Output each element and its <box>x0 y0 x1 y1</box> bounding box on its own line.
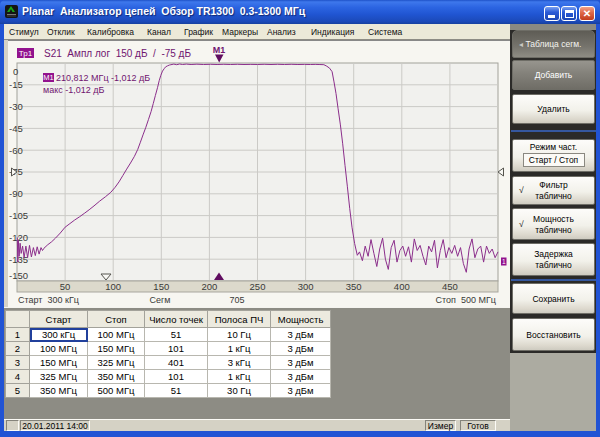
svg-text:-150: -150 <box>9 270 28 281</box>
svg-text:Тр1: Тр1 <box>19 49 33 58</box>
svg-text:-135: -135 <box>9 254 28 265</box>
svg-text:Стоп 500 МГц: Стоп 500 МГц <box>436 295 496 305</box>
svg-text:M1: M1 <box>213 45 226 55</box>
svg-text:150: 150 <box>153 281 169 292</box>
svg-text:300: 300 <box>298 281 314 292</box>
svg-text:1: 1 <box>502 258 506 265</box>
svg-text:705: 705 <box>229 295 244 305</box>
svg-text:200: 200 <box>201 281 217 292</box>
svg-text:-90: -90 <box>9 188 23 199</box>
svg-text:-60: -60 <box>9 145 23 156</box>
svg-text:350: 350 <box>346 281 362 292</box>
svg-text:-45: -45 <box>9 123 23 134</box>
svg-text:Старт 300 кГц: Старт 300 кГц <box>18 295 79 305</box>
svg-text:0: 0 <box>13 66 18 77</box>
svg-text:50: 50 <box>60 281 71 292</box>
svg-text:макс -1,012 дБ: макс -1,012 дБ <box>43 85 105 95</box>
svg-text:-15: -15 <box>9 79 23 90</box>
svg-text:Сегм: Сегм <box>150 295 171 305</box>
svg-text:S21 Ампл лог 150 дБ / -75: S21 Ампл лог 150 дБ / -75 дБ <box>44 48 191 59</box>
svg-text:400: 400 <box>394 281 410 292</box>
svg-text:М1: М1 <box>43 73 53 82</box>
svg-text:100: 100 <box>105 281 121 292</box>
svg-text:250: 250 <box>250 281 266 292</box>
svg-text:210,812 МГц -1,012 дБ: 210,812 МГц -1,012 дБ <box>56 73 150 83</box>
svg-text:450: 450 <box>442 281 458 292</box>
svg-text:-30: -30 <box>9 101 23 112</box>
svg-text:-105: -105 <box>9 210 28 221</box>
